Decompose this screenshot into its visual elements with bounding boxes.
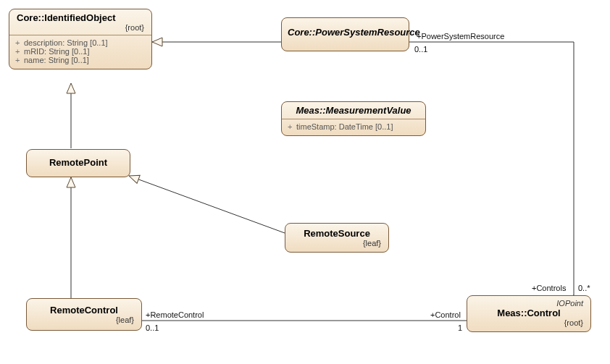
class-measurement-value[interactable]: Meas::MeasurementValue +timeStamp: DateT…	[281, 101, 426, 136]
class-constraint: {leaf}	[293, 239, 381, 247]
assoc-mult-remotecontrol: 0..1	[146, 323, 159, 332]
class-constraint: {root}	[475, 318, 583, 327]
class-title: RemotePoint	[31, 157, 125, 168]
class-identified-object[interactable]: Core::IdentifiedObject {root} +descripti…	[9, 9, 152, 69]
assoc-role-control-end: +Control	[430, 310, 461, 319]
class-attributes: +description: String [0..1] +mRID: Strin…	[9, 35, 151, 69]
class-power-system-resource[interactable]: Core::PowerSystemResource	[281, 17, 409, 51]
class-constraint: {leaf}	[34, 316, 134, 324]
diagram-canvas: Core::IdentifiedObject {root} +descripti…	[0, 0, 610, 364]
class-control[interactable]: IOPoint Meas::Control {root}	[467, 295, 591, 332]
assoc-role-remotecontrol: +RemoteControl	[146, 310, 204, 319]
assoc-role-psr: +PowerSystemResource	[417, 32, 504, 41]
assoc-mult-controls: 0..*	[578, 284, 590, 292]
class-title: Core::PowerSystemResource	[288, 27, 403, 38]
class-title: Meas::MeasurementValue	[289, 105, 418, 116]
assoc-mult-psr: 0..1	[414, 45, 427, 54]
class-remote-point[interactable]: RemotePoint	[26, 149, 130, 177]
class-attributes: +timeStamp: DateTime [0..1]	[282, 119, 425, 135]
class-constraint: {root}	[17, 23, 144, 32]
class-title: Meas::Control	[475, 308, 583, 318]
class-stereotype: IOPoint	[475, 299, 583, 308]
assoc-mult-control-end: 1	[458, 323, 462, 332]
class-remote-control[interactable]: RemoteControl {leaf}	[26, 298, 142, 331]
class-title: RemoteControl	[34, 305, 134, 316]
class-title: RemoteSource	[293, 228, 381, 239]
gen-remotesource-remotepoint	[129, 176, 285, 233]
class-remote-source[interactable]: RemoteSource {leaf}	[285, 223, 389, 253]
class-title: Core::IdentifiedObject	[17, 12, 144, 23]
assoc-psr-control	[408, 42, 574, 295]
assoc-role-controls: +Controls	[532, 284, 566, 292]
